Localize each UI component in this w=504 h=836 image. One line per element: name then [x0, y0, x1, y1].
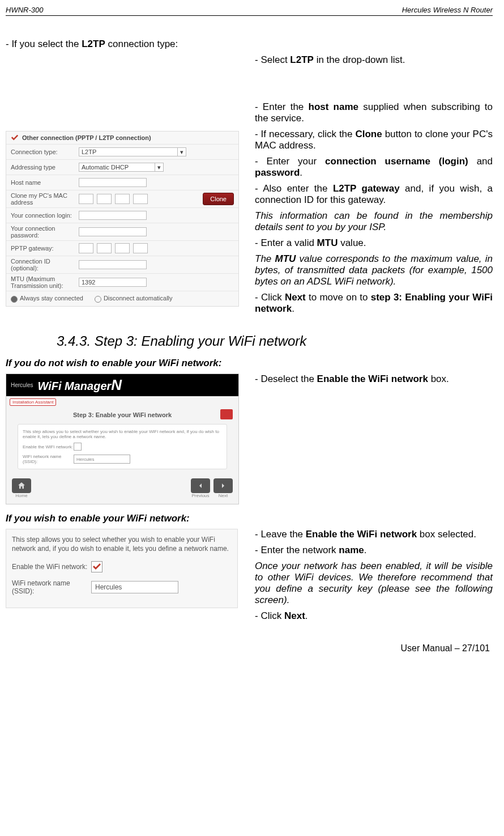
step3-title: Step 3: Enable your WiFi network [6, 408, 238, 424]
instr-select-l2tp: - Select L2TP in the drop-down list. [255, 54, 493, 66]
instr-enter-name: - Enter the network name. [255, 545, 493, 556]
instr-clone: - If necessary, click the Clone button t… [255, 129, 493, 151]
home-button[interactable] [12, 478, 31, 493]
enable-wifi-label-2: Enable the WiFi network: [12, 563, 91, 571]
mtu-label: MTU (Maximum Transmission unit): [11, 275, 79, 289]
connid-label: Connection ID (optional): [11, 258, 79, 271]
next-label: Next [213, 493, 233, 498]
mac-input-group[interactable] [79, 194, 148, 204]
note-mtu: The MTU value corresponds to the maximum… [255, 253, 493, 287]
subheading-yes-wifi: If you wish to enable your WiFi network: [6, 513, 493, 524]
radio-stay-connected[interactable]: Always stay connected [11, 295, 83, 302]
subheading-no-wifi: If you do not wish to enable your WiFi n… [6, 358, 493, 369]
radio-disconnect-auto[interactable]: Disconnect automatically [95, 295, 173, 302]
instr-deselect: - Deselect the Enable the WiFi network b… [255, 374, 493, 385]
ssid-input-2[interactable]: Hercules [91, 581, 178, 593]
enable-desc: This step allows you to select whether y… [12, 535, 232, 553]
instr-next: - Click Next to move on to step 3: Enabl… [255, 292, 493, 315]
home-label: Home [12, 493, 31, 498]
enable-wifi-checkbox-checked[interactable] [91, 561, 102, 572]
connection-form-screenshot: Other connection (PPTP / L2TP connection… [6, 131, 239, 307]
step3-desc: This step allows you to select whether y… [23, 429, 222, 439]
connection-type-select[interactable]: L2TP ▾ [79, 147, 186, 156]
instr-login-pwd: - Enter your connection username (login)… [255, 156, 493, 179]
addressing-type-label: Addressing type [11, 164, 79, 171]
enable-wifi-screenshot: This step allows you to select whether y… [6, 529, 238, 608]
password-input[interactable] [79, 227, 147, 236]
intro-line: - If you select the L2TP connection type… [6, 39, 493, 50]
page-footer: User Manual – 27/101 [6, 643, 493, 653]
host-name-label: Host name [11, 179, 79, 186]
enable-wifi-checkbox[interactable] [74, 443, 82, 451]
previous-label: Previous [191, 493, 210, 498]
header-rule [6, 15, 493, 16]
note-security: Once your network has been enabled, it w… [255, 561, 493, 606]
previous-button[interactable] [191, 478, 210, 493]
wifi-icon [220, 409, 233, 419]
instr-host-name: - Enter the host name supplied when subs… [255, 101, 493, 124]
instr-leave-selected: - Leave the Enable the WiFi network box … [255, 529, 493, 540]
wifi-manager-screenshot: Hercules WiFi ManagerN Installation Assi… [6, 374, 239, 504]
instr-gateway: - Also enter the L2TP gateway and, if yo… [255, 183, 493, 206]
header-right: Hercules Wireless N Router [402, 6, 493, 14]
ssid-label-2: WiFi network name (SSID): [12, 579, 91, 595]
chevron-down-icon: ▾ [177, 148, 186, 156]
password-label: Your connection password: [11, 225, 79, 239]
mtu-input[interactable]: 1392 [79, 278, 147, 287]
connid-input[interactable] [79, 260, 147, 269]
gateway-label: PPTP gateway: [11, 245, 79, 252]
check-icon [11, 134, 19, 142]
chevron-down-icon: ▾ [155, 163, 163, 171]
instr-mtu: - Enter a valid MTU value. [255, 237, 493, 249]
instr-click-next: - Click Next. [255, 610, 493, 622]
host-name-input[interactable] [79, 178, 147, 187]
wifi-manager-title: WiFi ManagerN [37, 376, 121, 394]
clone-button[interactable]: Clone [203, 193, 234, 205]
installation-assistant-badge: Installation Assistant [10, 398, 56, 406]
ssid-input[interactable]: Hercules [74, 455, 130, 464]
next-button[interactable] [213, 478, 233, 493]
brand-label: Hercules [11, 382, 33, 388]
gateway-input-group[interactable] [79, 243, 148, 253]
connection-type-label: Connection type: [11, 148, 79, 155]
enable-wifi-label: Enable the WiFi network: [23, 444, 74, 449]
header-left: HWNR-300 [6, 6, 43, 14]
login-input[interactable] [79, 211, 147, 220]
addressing-type-select[interactable]: Automatic DHCP ▾ [79, 163, 164, 172]
mac-label: Clone my PC's MAC address [11, 192, 79, 206]
note-isp: This information can be found in the mem… [255, 210, 493, 233]
ssid-label: WiFi network name (SSID): [23, 454, 74, 464]
login-label: Your connection login: [11, 212, 79, 219]
heading-3-4-3: 3.4.3. Step 3: Enabling your WiFi networ… [57, 333, 493, 349]
